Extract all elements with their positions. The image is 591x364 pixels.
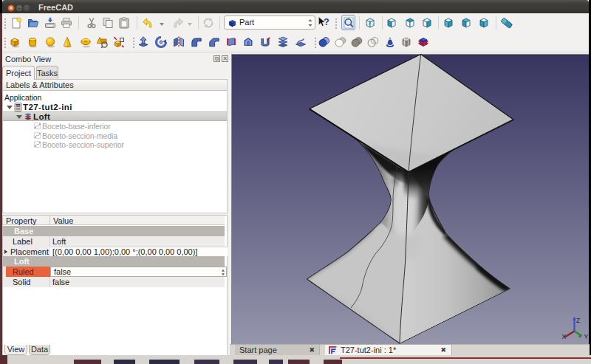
- svg-text:?: ?: [324, 16, 329, 27]
- svg-text:Y: Y: [584, 333, 589, 340]
- svg-text:X: X: [562, 333, 567, 340]
- svg-text:Z: Z: [576, 317, 580, 324]
